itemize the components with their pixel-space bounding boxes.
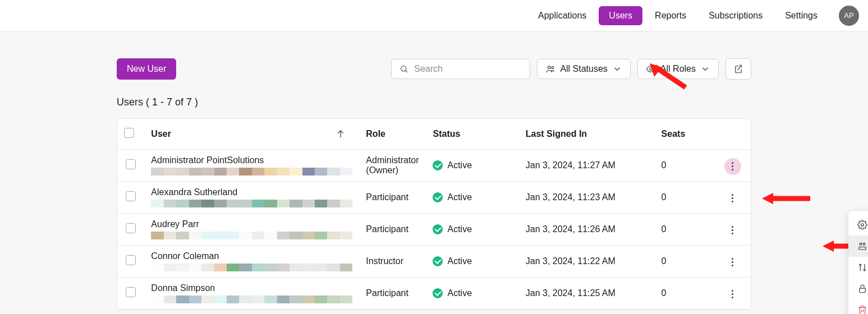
trash-icon (857, 305, 867, 314)
user-email-redacted (151, 264, 352, 271)
last-signed-in: Jan 3, 2024, 11:22 AM (519, 246, 655, 278)
user-email-redacted (151, 295, 352, 303)
user-name: Connor Coleman (151, 251, 352, 261)
user-name: Audrey Parr (151, 219, 352, 229)
search-input[interactable] (414, 64, 522, 74)
seats-count: 0 (655, 182, 715, 214)
row-checkbox[interactable] (126, 191, 136, 201)
table-row: Alexandra Sutherland Participant Active … (117, 182, 751, 214)
more-vertical-icon (732, 162, 733, 170)
svg-rect-7 (859, 247, 866, 250)
user-role: Administrator (Owner) (359, 150, 426, 182)
lock-icon (857, 284, 867, 294)
seats-count: 0 (655, 246, 715, 278)
row-actions-button[interactable] (724, 158, 741, 175)
nav-users[interactable]: Users (599, 6, 642, 25)
row-checkbox[interactable] (126, 159, 136, 169)
row-actions-button[interactable] (724, 254, 741, 271)
export-icon (733, 64, 743, 74)
col-role[interactable]: Role (359, 119, 426, 150)
row-checkbox[interactable] (126, 287, 136, 297)
status-active-icon (433, 224, 443, 234)
user-role: Participant (359, 278, 426, 310)
row-checkbox[interactable] (126, 255, 136, 265)
table-row: Administrator PointSolutions Administrat… (117, 150, 751, 182)
export-button[interactable] (725, 58, 751, 80)
select-all-checkbox[interactable] (124, 128, 134, 138)
sort-asc-icon (336, 129, 346, 139)
seats-count: 0 (655, 278, 715, 310)
nav-reports[interactable]: Reports (645, 6, 696, 25)
more-vertical-icon (732, 226, 733, 234)
svg-marker-13 (823, 241, 834, 252)
row-checkbox[interactable] (126, 223, 136, 233)
user-email-redacted (151, 200, 352, 207)
row-actions-menu: Settings Set Seats Change Role Suspend R… (848, 211, 868, 314)
user-role: Participant (359, 214, 426, 246)
table-row: Donna Simpson Participant Active Jan 3, … (117, 278, 751, 310)
status-filter[interactable]: All Statuses (537, 59, 630, 79)
more-vertical-icon (732, 258, 733, 266)
seats-count: 0 (655, 214, 715, 246)
role-filter-label: All Roles (660, 64, 696, 74)
seats-icon (857, 241, 867, 251)
annotation-arrow (760, 191, 813, 206)
menu-settings[interactable]: Settings (848, 214, 868, 236)
svg-point-2 (548, 66, 551, 69)
svg-line-1 (406, 71, 407, 72)
col-status[interactable]: Status (426, 119, 518, 150)
gear-icon (857, 220, 867, 230)
table-row: Audrey Parr Participant Active Jan 3, 20… (117, 214, 751, 246)
last-signed-in: Jan 3, 2024, 11:27 AM (519, 150, 655, 182)
svg-point-8 (860, 243, 862, 245)
row-actions-button[interactable] (724, 286, 741, 303)
status-label: Active (447, 224, 472, 234)
user-email-redacted (151, 232, 352, 239)
col-signed[interactable]: Last Signed In (519, 119, 655, 150)
user-role: Instructor (359, 246, 426, 278)
chevron-down-icon (700, 64, 710, 74)
new-user-button[interactable]: New User (117, 58, 176, 80)
status-label: Active (447, 256, 472, 266)
more-vertical-icon (732, 194, 733, 202)
menu-remove-user[interactable]: Remove User (848, 299, 868, 314)
row-actions-button[interactable] (724, 222, 741, 239)
nav-subscriptions[interactable]: Subscriptions (699, 6, 773, 25)
search-icon (399, 64, 408, 74)
status-label: Active (447, 288, 472, 298)
user-email-redacted (151, 168, 352, 176)
nav-applications[interactable]: Applications (528, 6, 596, 25)
svg-point-9 (863, 243, 865, 245)
menu-suspend[interactable]: Suspend (848, 278, 868, 299)
user-name: Donna Simpson (151, 283, 352, 293)
swap-icon (857, 262, 867, 273)
people-icon (545, 64, 555, 74)
col-user[interactable]: User (144, 119, 359, 150)
svg-point-4 (650, 68, 653, 71)
table-row: Connor Coleman Instructor Active Jan 3, … (117, 246, 751, 278)
status-label: Active (447, 160, 472, 170)
col-user-label: User (151, 129, 171, 139)
last-signed-in: Jan 3, 2024, 11:26 AM (519, 214, 655, 246)
nav-settings[interactable]: Settings (775, 6, 828, 25)
users-count: Users ( 1 - 7 of 7 ) (117, 96, 751, 108)
status-filter-label: All Statuses (560, 64, 607, 74)
svg-point-6 (861, 224, 864, 227)
last-signed-in: Jan 3, 2024, 11:25 AM (519, 278, 655, 310)
svg-rect-10 (860, 288, 866, 293)
col-seats[interactable]: Seats (655, 119, 715, 150)
last-signed-in: Jan 3, 2024, 11:23 AM (519, 182, 655, 214)
svg-point-3 (552, 67, 554, 69)
avatar[interactable]: AP (839, 6, 859, 26)
menu-change-role[interactable]: Change Role (848, 257, 868, 278)
role-filter[interactable]: All Roles (637, 59, 719, 79)
seats-count: 0 (655, 150, 715, 182)
menu-set-seats[interactable]: Set Seats (848, 236, 868, 257)
search-input-wrapper[interactable] (391, 59, 530, 79)
toolbar: New User All Statuses All Roles (117, 58, 751, 80)
chevron-down-icon (612, 64, 622, 74)
eye-icon (646, 64, 656, 74)
user-name: Administrator PointSolutions (151, 155, 352, 165)
users-table: User Role Status Last Signed In Seats Ad… (117, 118, 751, 310)
row-actions-button[interactable] (724, 190, 741, 207)
